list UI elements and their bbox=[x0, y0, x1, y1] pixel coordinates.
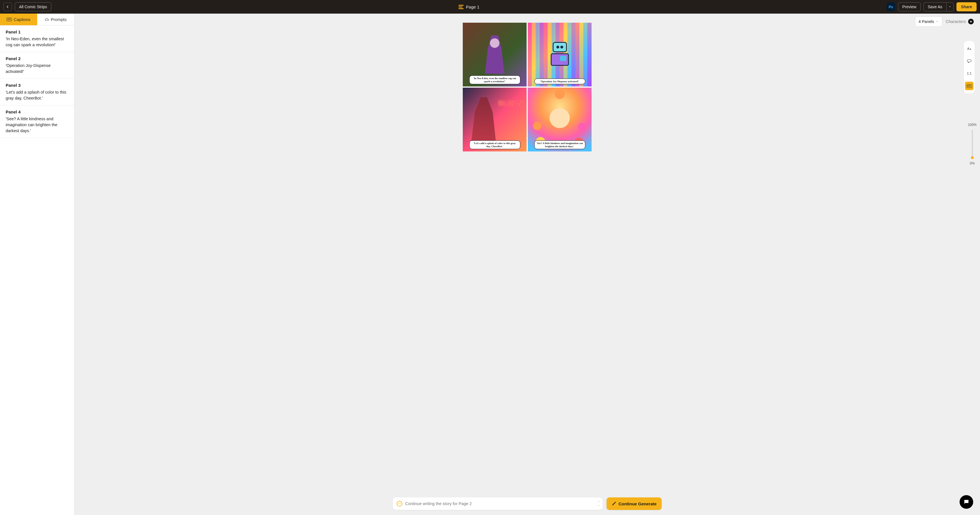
zoom-bottom-label: 0% bbox=[970, 161, 975, 165]
zoom-handle[interactable] bbox=[971, 156, 974, 159]
panel-caption: 'In Neo-Eden, even the smallest cog can … bbox=[6, 36, 68, 48]
panel-caption: 'See? A little kindness and imagination … bbox=[6, 116, 68, 134]
characters-label: Characters bbox=[946, 19, 966, 24]
panel-caption-box[interactable]: 'Operation Joy-Dispense activated!' bbox=[534, 79, 585, 84]
zoom-track[interactable] bbox=[972, 130, 973, 159]
comic-grid: 'In Neo-Eden, even the smallest cog can … bbox=[463, 23, 592, 151]
tab-captions-label: Captions bbox=[14, 17, 30, 22]
panel-title: Panel 3 bbox=[6, 83, 68, 87]
bubble-icon bbox=[967, 59, 972, 63]
share-button[interactable]: Share bbox=[956, 2, 977, 11]
panel-caption-box[interactable]: 'In Neo-Eden, even the smallest cog can … bbox=[469, 75, 520, 84]
panels-select-label: 4 Panels bbox=[919, 19, 934, 24]
tab-captions[interactable]: CC Captions bbox=[0, 14, 37, 25]
text-aa-icon bbox=[967, 46, 972, 51]
aspect-ratio-tool[interactable]: 1:1 bbox=[965, 69, 974, 78]
continue-label: Continue Generate bbox=[619, 501, 657, 506]
cc-icon: CC bbox=[967, 84, 972, 88]
characters-button[interactable]: Characters + bbox=[946, 19, 974, 24]
page-lines-icon bbox=[458, 5, 464, 9]
comic-panel-1[interactable]: 'In Neo-Eden, even the smallest cog can … bbox=[463, 23, 527, 86]
sidebar-panel-4[interactable]: Panel 4 'See? A little kindness and imag… bbox=[0, 105, 74, 138]
sidebar: CC Captions Prompts Panel 1 'In Neo-Eden… bbox=[0, 14, 74, 515]
panel-caption: 'Let's add a splash of color to this gra… bbox=[6, 89, 68, 101]
tab-prompts-label: Prompts bbox=[51, 17, 67, 22]
pencil-icon bbox=[612, 501, 616, 506]
chevron-down-icon bbox=[936, 20, 939, 23]
all-strips-button[interactable]: All Comic Strips bbox=[15, 2, 51, 11]
sidebar-panel-1[interactable]: Panel 1 'In Neo-Eden, even the smallest … bbox=[0, 25, 74, 52]
panel-title: Panel 1 bbox=[6, 30, 68, 34]
save-as-split: Save As bbox=[924, 2, 954, 11]
arrow-left-icon bbox=[6, 5, 10, 9]
continue-generate-button[interactable]: Continue Generate bbox=[607, 498, 662, 510]
back-button[interactable] bbox=[3, 3, 12, 11]
prompt-stepper[interactable]: ⌃ ⌄ bbox=[598, 501, 600, 506]
cc-icon: CC bbox=[6, 17, 12, 21]
smile-icon bbox=[397, 501, 402, 507]
comic-panel-3[interactable]: BLIK N 'Let's add a splash of color to t… bbox=[463, 87, 527, 151]
cloud-icon bbox=[45, 17, 49, 22]
bottom-bar: ⌃ ⌄ Continue Generate bbox=[393, 498, 662, 510]
panel-caption-box[interactable]: 'Let's add a splash of color to this gra… bbox=[469, 140, 520, 149]
prompt-input-wrap: ⌃ ⌄ bbox=[393, 498, 603, 510]
tab-prompts[interactable]: Prompts bbox=[37, 14, 74, 25]
preview-button[interactable]: Preview bbox=[898, 2, 921, 11]
right-tools: 1:1 CC bbox=[964, 41, 975, 94]
save-as-button[interactable]: Save As bbox=[924, 2, 946, 11]
save-as-caret[interactable] bbox=[946, 2, 954, 11]
canvas-area[interactable]: 4 Panels Characters + 1:1 CC 100% bbox=[74, 14, 980, 515]
speech-bubble-tool[interactable] bbox=[965, 57, 974, 65]
topbar: All Comic Strips Page 1 Ps Preview Save … bbox=[0, 0, 980, 14]
ratio-label: 1:1 bbox=[967, 72, 972, 75]
panels-select[interactable]: 4 Panels bbox=[915, 16, 942, 27]
chat-fab[interactable] bbox=[959, 495, 973, 509]
sidebar-panel-3[interactable]: Panel 3 'Let's add a splash of color to … bbox=[0, 79, 74, 105]
panel-title: Panel 2 bbox=[6, 56, 68, 61]
page-title: Page 1 bbox=[466, 5, 479, 10]
svg-point-0 bbox=[967, 60, 972, 62]
photoshop-button[interactable]: Ps bbox=[887, 3, 895, 11]
chevron-up-icon[interactable]: ⌃ bbox=[598, 501, 600, 503]
panel-title: Panel 4 bbox=[6, 110, 68, 114]
text-tool[interactable] bbox=[965, 44, 974, 53]
zoom-slider[interactable]: 100% 0% bbox=[968, 123, 977, 165]
panel-caption: 'Operation Joy-Dispense activated!' bbox=[6, 63, 68, 75]
prompt-input[interactable] bbox=[405, 501, 595, 506]
panel-caption-box[interactable]: 'See? A little kindness and imagination … bbox=[534, 140, 585, 149]
captions-tool[interactable]: CC bbox=[965, 82, 974, 90]
caret-down-icon bbox=[948, 5, 951, 8]
zoom-top-label: 100% bbox=[968, 123, 977, 127]
chevron-down-icon[interactable]: ⌄ bbox=[598, 504, 600, 506]
sidebar-panel-2[interactable]: Panel 2 'Operation Joy-Dispense activate… bbox=[0, 52, 74, 79]
comic-panel-2[interactable]: 'Operation Joy-Dispense activated!' bbox=[528, 23, 592, 86]
plus-icon: + bbox=[968, 19, 974, 24]
neon-sign-text: BLIK N bbox=[498, 99, 523, 107]
chat-icon bbox=[963, 499, 969, 505]
comic-panel-4[interactable]: 'See? A little kindness and imagination … bbox=[528, 87, 592, 151]
